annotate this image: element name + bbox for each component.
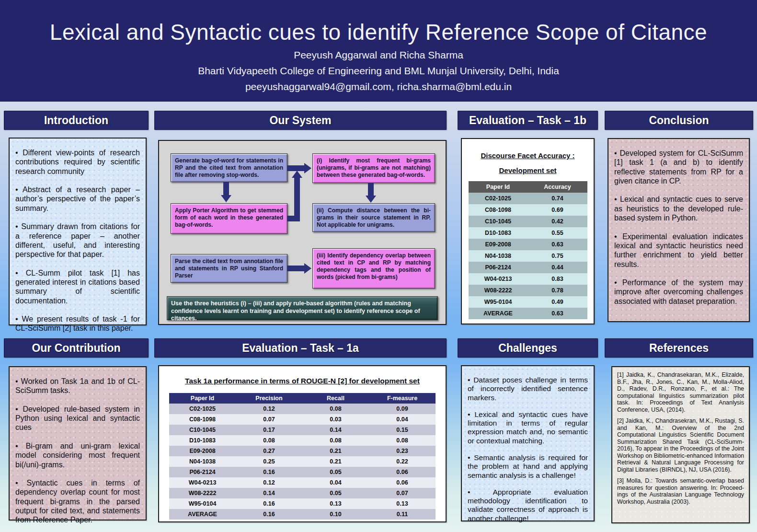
table-cell: 0.15 — [369, 425, 436, 435]
table-cell: 0.23 — [369, 446, 436, 456]
bullet-item: Lexical and syntactic cues to serve as h… — [614, 195, 743, 222]
table-1b-body: C02-10250.74C08-10980.69C10-10450.42D10-… — [469, 193, 587, 319]
table-cell: W08-2222 — [469, 285, 528, 296]
section-header-our-system: Our System — [154, 111, 447, 130]
table-cell: 0.42 — [528, 216, 587, 227]
flow-box-bagofwords: Generate bag-of-word for statements in R… — [171, 153, 287, 182]
challenges-box: Dataset poses challenge in terms of inco… — [461, 365, 595, 521]
table-1a-title: Task 1a performance in terms of ROUGE-N … — [159, 377, 446, 385]
table-cell: 0.08 — [302, 404, 369, 414]
table-cell: 0.06 — [369, 477, 436, 488]
table-cell: 0.08 — [302, 435, 369, 446]
flow-box-heuristic-iii: (iii) Identify dependency overlap betwee… — [312, 248, 435, 289]
arrowhead-up-icon — [292, 171, 302, 178]
bullet-item: Performance of the system may improve af… — [614, 278, 743, 306]
table-row: E09-20080.63 — [469, 239, 587, 250]
table-header-row: Paper Id Precision Recall F-measure — [169, 393, 436, 404]
table-row: W04-02130.120.040.06 — [169, 477, 436, 488]
section-header-our-contribution: Our Contribution — [4, 338, 149, 358]
arrowhead-right-icon — [304, 263, 311, 274]
table-cell: 0.74 — [528, 193, 587, 204]
table-cell: 0.63 — [528, 239, 587, 250]
table-cell: E09-2008 — [469, 239, 528, 250]
bullet-item: Worked on Task 1a and 1b of CL-SciSumm t… — [15, 377, 140, 395]
flow-box-rule-based: Use the three heuristics (i) – (iii) and… — [167, 296, 438, 320]
section-header-introduction: Introduction — [4, 111, 149, 130]
table-header-cell: Paper Id — [169, 393, 236, 404]
table-row: N04-10380.75 — [469, 250, 587, 262]
table-cell: 0.27 — [236, 446, 302, 456]
arrow-c-up-bar — [294, 177, 300, 221]
table-cell: 0.12 — [236, 404, 302, 414]
bullet-item: Bi-gram and uni-gram lexical model consi… — [15, 441, 140, 469]
section-header-challenges: Challenges — [458, 338, 598, 358]
table-row: C02-10250.74 — [469, 193, 587, 204]
table-cell: 0.04 — [369, 414, 436, 425]
table-row: N04-10380.250.210.22 — [169, 456, 436, 467]
table-cell: 0.14 — [236, 488, 302, 498]
section-header-references: References — [605, 338, 753, 358]
bullet-item: Lexical and syntactic cues have limitati… — [468, 410, 588, 445]
table-cell: AVERAGE — [169, 509, 236, 520]
table-cell: 0.22 — [369, 456, 436, 467]
table-row: P06-21240.44 — [469, 262, 587, 273]
table-row: W08-22220.140.050.07 — [169, 488, 436, 498]
table-cell: 0.63 — [528, 308, 587, 319]
table-cell: 0.05 — [302, 488, 369, 498]
table-cell: W08-2222 — [169, 488, 236, 498]
section-header-evaluation-1a: Evaluation – Task – 1a — [154, 338, 447, 358]
bullet-item: Appropriate evaluation methodology ident… — [468, 488, 588, 523]
table-cell: 0.11 — [369, 509, 436, 520]
poster-affiliation: Bharti Vidyapeeth College of Engineering… — [0, 65, 757, 77]
arrow-e-to-f — [287, 266, 305, 271]
table-cell: 0.16 — [236, 498, 302, 509]
table-cell: C02-1025 — [469, 193, 528, 204]
arrowhead-down-icon — [221, 195, 231, 202]
table-header-cell: Paper Id — [469, 181, 528, 193]
flow-box-heuristic-ii: (ii) Compute distance between the bi-gra… — [312, 203, 435, 232]
table-cell: 0.13 — [302, 498, 369, 509]
table-row: W04-02130.83 — [469, 273, 587, 285]
table-cell: 0.25 — [236, 456, 302, 467]
table-row: C08-10980.69 — [469, 204, 587, 216]
table-1a: Paper Id Precision Recall F-measure C02-… — [169, 393, 436, 520]
flow-box-heuristic-i: (i) Identify most frequent bi-grams (uni… — [312, 153, 435, 183]
poster-emails: peeyushaggarwal94@gmail.com, richa.sharm… — [0, 81, 757, 93]
table-cell: 0.83 — [528, 273, 587, 285]
table-cell: 0.16 — [236, 467, 302, 477]
bullet-item: Developed system for CL-SciSumm [1] task… — [614, 149, 743, 185]
table-cell: 0.55 — [528, 227, 587, 239]
table-row: P06-21240.160.050.06 — [169, 467, 436, 477]
table-cell: E09-2008 — [169, 446, 236, 456]
table-cell: N04-1038 — [169, 456, 236, 467]
table-1a-body: C02-10250.120.080.09C08-10980.070.030.04… — [169, 404, 436, 520]
table-cell: 0.05 — [302, 467, 369, 477]
table-cell: 0.06 — [369, 467, 436, 477]
bullet-item: [2] Jaidka, K., Chandrasekran, M.K., Rus… — [617, 417, 744, 473]
table-header-cell: Precision — [236, 393, 302, 404]
bullet-item: We present results of task -1 for CL-Sci… — [15, 314, 140, 333]
table-header-cell: Accuracy — [528, 181, 587, 193]
flow-box-parser: Parse the cited text from annotation fil… — [171, 254, 287, 283]
table-cell: 0.78 — [528, 285, 587, 296]
bullet-item: Abstract of a research paper – author’s … — [15, 185, 140, 213]
table-row: AVERAGE0.63 — [469, 308, 587, 319]
table-cell: 0.13 — [369, 498, 436, 509]
table-row: W95-01040.160.130.13 — [169, 498, 436, 509]
table-cell: W04-0213 — [169, 477, 236, 488]
our-system-box: Generate bag-of-word for statements in R… — [158, 140, 447, 325]
bullet-item: [1] Jaidka, K., Chandrasekaran, M.K., El… — [617, 371, 744, 413]
table-cell: 0.12 — [236, 477, 302, 488]
table-cell: P06-2124 — [469, 262, 528, 273]
table-cell: 0.07 — [369, 488, 436, 498]
table-cell: 0.07 — [236, 414, 302, 425]
table-cell: 0.17 — [236, 425, 302, 435]
table-row: C10-10450.170.140.15 — [169, 425, 436, 435]
bullet-item: Syntactic cues in terms of dependency ov… — [15, 478, 140, 525]
references-box: [1] Jaidka, K., Chandrasekaran, M.K., El… — [611, 366, 750, 523]
table-cell: W95-0104 — [169, 498, 236, 509]
table-cell: 0.75 — [528, 250, 587, 262]
table-1b-title-line1: Discourse Facet Accuracy : — [462, 151, 594, 160]
table-1b: Paper Id Accuracy C02-10250.74C08-10980.… — [469, 181, 587, 319]
evaluation-1a-box: Task 1a performance in terms of ROUGE-N … — [158, 365, 447, 522]
